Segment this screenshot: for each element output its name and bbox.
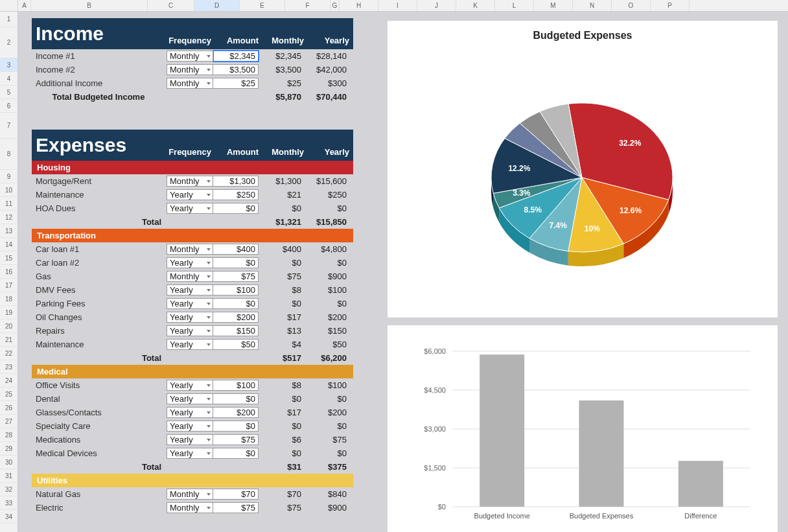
cell-frequency-dropdown[interactable]: Monthly xyxy=(167,51,213,62)
cell-frequency-dropdown[interactable]: Monthly xyxy=(167,271,213,282)
cell-yearly[interactable]: $75 xyxy=(304,435,349,445)
spreadsheet[interactable]: ABCDEFGHIJKLMNOP 12345678910111213141516… xyxy=(0,0,788,532)
cell-label[interactable]: HOA Dues xyxy=(36,203,167,213)
cell-yearly[interactable]: $840 xyxy=(304,489,349,499)
cell-monthly[interactable]: $13 xyxy=(259,326,304,336)
col-header-J[interactable]: J xyxy=(417,0,456,11)
cell-monthly[interactable]: $70 xyxy=(259,489,304,499)
row-header-33[interactable]: 33 xyxy=(0,496,17,510)
cell-amount[interactable]: $0 xyxy=(213,203,259,214)
cell-amount[interactable]: $0 xyxy=(213,257,259,268)
cell-label[interactable]: Office Visits xyxy=(36,380,167,390)
col-header-K[interactable]: K xyxy=(456,0,495,11)
cell-yearly[interactable]: $0 xyxy=(304,448,349,458)
cell-monthly[interactable]: $25 xyxy=(259,78,304,88)
row-header-19[interactable]: 19 xyxy=(0,306,17,319)
col-header-F[interactable]: F xyxy=(285,0,330,11)
cell-label[interactable]: Maintenance xyxy=(36,190,167,200)
cell-amount[interactable]: $3,500 xyxy=(213,64,259,75)
cell-label[interactable]: Oil Changes xyxy=(36,312,167,322)
col-header-B[interactable]: B xyxy=(31,0,148,11)
cell-amount[interactable]: $75 xyxy=(213,434,259,445)
cell-frequency-dropdown[interactable]: Monthly xyxy=(167,244,213,255)
row-header-26[interactable]: 26 xyxy=(0,401,17,415)
col-header-C[interactable]: C xyxy=(148,0,194,11)
cell-monthly[interactable]: $17 xyxy=(259,408,304,417)
cell-monthly[interactable]: $2,345 xyxy=(259,51,304,61)
cell-frequency-dropdown[interactable]: Monthly xyxy=(167,64,213,75)
cell-label[interactable]: Glasses/Contacts xyxy=(36,408,167,417)
cell-yearly[interactable]: $900 xyxy=(304,272,349,281)
cell-yearly[interactable]: $0 xyxy=(304,394,349,404)
row-header-7[interactable]: 7 xyxy=(0,113,17,139)
col-header-O[interactable]: O xyxy=(612,0,651,11)
cell-label[interactable]: Income #2 xyxy=(36,65,167,75)
cell-label[interactable]: Maintenance xyxy=(36,340,167,349)
cell-yearly[interactable]: $0 xyxy=(304,299,349,308)
cell-frequency-dropdown[interactable]: Yearly xyxy=(167,448,213,459)
col-header-E[interactable]: E xyxy=(240,0,285,11)
cell-monthly[interactable]: $6 xyxy=(259,435,304,445)
row-header-25[interactable]: 25 xyxy=(0,387,17,401)
cell-monthly[interactable]: $75 xyxy=(259,272,304,281)
cell-frequency-dropdown[interactable]: Yearly xyxy=(167,298,213,309)
cell-label[interactable]: Car loan #1 xyxy=(36,244,167,254)
row-header-34[interactable]: 34 xyxy=(0,510,17,524)
row-header-24[interactable]: 24 xyxy=(0,374,17,387)
cell-amount[interactable]: $100 xyxy=(213,380,259,391)
cell-amount[interactable]: $70 xyxy=(213,489,259,500)
cell-label[interactable]: Medical Devices xyxy=(36,448,167,458)
row-header-5[interactable]: 5 xyxy=(0,86,17,99)
row-header-14[interactable]: 14 xyxy=(0,238,17,251)
row-header-2[interactable]: 2 xyxy=(0,27,17,58)
cell-monthly[interactable]: $0 xyxy=(259,203,304,213)
cell-yearly[interactable]: $300 xyxy=(304,78,349,88)
row-header-17[interactable]: 17 xyxy=(0,279,17,292)
row-header-8[interactable]: 8 xyxy=(0,139,17,170)
cell-frequency-dropdown[interactable]: Yearly xyxy=(167,189,213,200)
cell-frequency-dropdown[interactable]: Monthly xyxy=(167,176,213,187)
row-header-15[interactable]: 15 xyxy=(0,251,17,265)
cell-label[interactable]: Car loan #2 xyxy=(36,258,167,268)
cell-yearly[interactable]: $42,000 xyxy=(304,65,349,75)
cell-yearly[interactable]: $150 xyxy=(304,326,349,336)
cell-amount[interactable]: $0 xyxy=(213,421,259,432)
row-header-22[interactable]: 22 xyxy=(0,347,17,360)
cell-monthly[interactable]: $0 xyxy=(259,299,304,308)
row-header-28[interactable]: 28 xyxy=(0,428,17,442)
cell-amount[interactable]: $100 xyxy=(213,284,259,295)
row-header-20[interactable]: 20 xyxy=(0,319,17,333)
cell-yearly[interactable]: $0 xyxy=(304,421,349,431)
cell-amount[interactable]: $400 xyxy=(213,244,259,255)
cell-frequency-dropdown[interactable]: Yearly xyxy=(167,339,213,350)
cell-label[interactable]: Electric xyxy=(36,503,167,513)
col-header-M[interactable]: M xyxy=(534,0,573,11)
row-header-23[interactable]: 23 xyxy=(0,360,17,374)
row-header-3[interactable]: 3 xyxy=(0,58,17,72)
row-header-9[interactable]: 9 xyxy=(0,170,17,183)
cell-frequency-dropdown[interactable]: Yearly xyxy=(167,393,213,404)
row-header-29[interactable]: 29 xyxy=(0,442,17,456)
col-header-N[interactable]: N xyxy=(573,0,612,11)
cell-amount[interactable]: $75 xyxy=(213,502,259,513)
row-headers[interactable]: 1234567891011121314151617181920212223242… xyxy=(0,12,18,532)
cell-label[interactable]: Mortgage/Rent xyxy=(36,176,167,186)
cell-monthly[interactable]: $17 xyxy=(259,312,304,322)
select-all-corner[interactable] xyxy=(0,0,18,12)
cell-monthly[interactable]: $21 xyxy=(259,190,304,200)
cell-amount[interactable]: $75 xyxy=(213,271,259,282)
row-header-18[interactable]: 18 xyxy=(0,292,17,306)
cell-amount[interactable]: $2,345 xyxy=(213,51,259,62)
cell-amount[interactable]: $0 xyxy=(213,448,259,459)
cell-yearly[interactable]: $900 xyxy=(304,503,349,513)
cell-label[interactable]: Income #1 xyxy=(36,51,167,61)
cell-monthly[interactable]: $1,300 xyxy=(259,176,304,186)
cell-yearly[interactable]: $50 xyxy=(304,340,349,349)
row-header-27[interactable]: 27 xyxy=(0,415,17,428)
cell-monthly[interactable]: $75 xyxy=(259,503,304,513)
col-header-H[interactable]: H xyxy=(340,0,378,11)
cell-amount[interactable]: $0 xyxy=(213,393,259,404)
cell-frequency-dropdown[interactable]: Yearly xyxy=(167,434,213,445)
cell-label[interactable]: Dental xyxy=(36,394,167,404)
cell-amount[interactable]: $250 xyxy=(213,189,259,200)
